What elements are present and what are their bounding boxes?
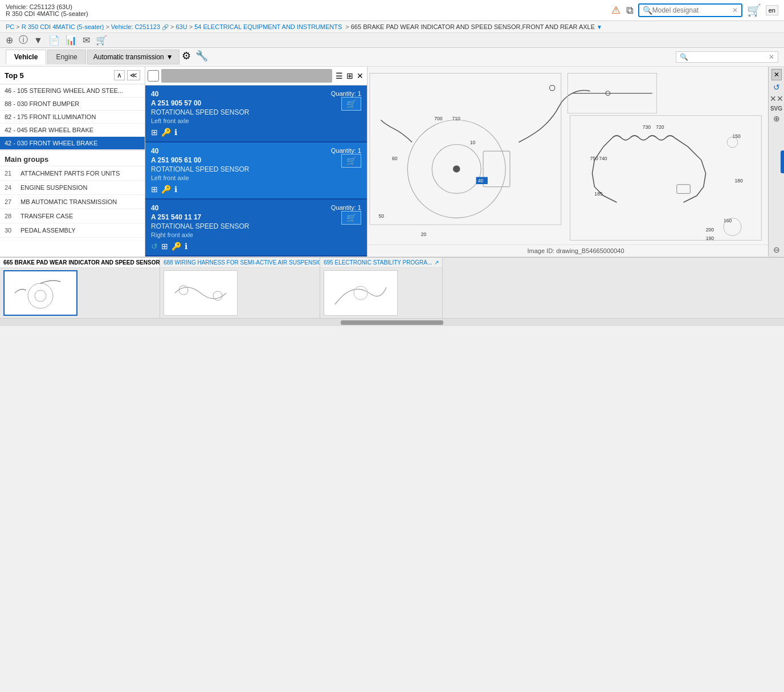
horizontal-scrollbar[interactable] (0, 318, 784, 326)
header-icons: ⚠ ⧉ (611, 4, 634, 17)
tab-settings-icon[interactable]: ⚙ (179, 50, 193, 64)
zoom-in-diagram-icon[interactable]: ⊕ (773, 114, 780, 123)
main-groups-title: Main groups (0, 150, 145, 166)
zoom-out-diagram-icon[interactable]: ⊖ (773, 245, 780, 254)
scrollbar-thumb[interactable] (341, 320, 443, 325)
part-1-cart-btn[interactable]: 🛒 (341, 154, 361, 168)
warning-icon[interactable]: ⚠ (611, 4, 620, 17)
tab-vehicle[interactable]: Vehicle (6, 50, 46, 64)
svg-point-37 (213, 291, 222, 300)
svg-text:190: 190 (706, 235, 714, 241)
thumb-2-link-icon[interactable]: ↗ (434, 259, 439, 266)
part-0-info-icon[interactable]: ℹ (174, 128, 177, 137)
group-item-21[interactable]: 21 ATTACHMENT PARTS FOR UNITS (0, 166, 145, 181)
group-item-24[interactable]: 24 ENGINE SUSPENSION (0, 181, 145, 195)
list-view-icon[interactable]: ☰ (334, 70, 344, 82)
part-1-qty-label: Quantity: 1 (331, 147, 361, 154)
svg-text:50: 50 (379, 213, 385, 219)
breadcrumb-pc[interactable]: PC (6, 23, 14, 30)
tab-engine[interactable]: Engine (47, 50, 85, 64)
tab-bike-icon[interactable]: 🔧 (193, 50, 210, 64)
group-item-27[interactable]: 27 MB AUTOMATIC TRANSMISSION (0, 195, 145, 209)
part-item-0: 40 A 251 905 57 00 ROTATIONAL SPEED SENS… (145, 86, 367, 143)
tab-dropdown-arrow: ▼ (166, 53, 173, 61)
diagram-svg: 60 700 710 50 10 40 40 20 (368, 67, 768, 245)
part-1-icons: ⊞ 🔑 ℹ (151, 185, 361, 194)
part-0-expand-icon[interactable]: ⊞ (151, 128, 158, 137)
svg-text:150: 150 (733, 133, 741, 139)
top5-item-0[interactable]: 46 - 105 STEERING WHEEL AND STEE... (0, 84, 145, 97)
doc-icon[interactable]: 📄 (48, 35, 60, 46)
mail-icon[interactable]: ✉ (83, 35, 90, 46)
content-row: Top 5 ∧ ≪ 46 - 105 STEERING WHEEL AND ST… (0, 67, 784, 257)
thumb-0-img[interactable] (3, 270, 77, 316)
svg-text:730: 730 (643, 124, 651, 130)
clear-search-icon[interactable]: ✕ (732, 6, 738, 14)
group-item-28[interactable]: 28 TRANSFER CASE (0, 209, 145, 223)
part-0-key-icon[interactable]: 🔑 (161, 128, 171, 137)
top5-item-2[interactable]: 82 - 175 FRONT ILLUMINATION (0, 111, 145, 124)
thumb-item-1: 688 WIRING HARNESS FOR SEMI-ACTIVE AIR S… (160, 258, 320, 318)
breadcrumb-665[interactable]: 665 BRAKE PAD WEAR INDICATOR AND SPEED S… (351, 23, 595, 30)
part-1-desc: ROTATIONAL SPEED SENSOR (151, 165, 249, 173)
tab-automatic-transmission[interactable]: Automatic transmission ▼ (87, 50, 179, 64)
breadcrumb-63u[interactable]: 63U (176, 23, 187, 30)
part-2-qty-label: Quantity: 1 (331, 204, 361, 211)
left-panel: Top 5 ∧ ≪ 46 - 105 STEERING WHEEL AND ST… (0, 67, 145, 257)
info-icon[interactable]: ⓘ (19, 34, 28, 46)
part-2-expand-icon[interactable]: ⊞ (161, 242, 168, 251)
part-0-number: A 251 905 57 00 (151, 99, 249, 107)
lang-selector[interactable]: en (766, 5, 778, 15)
part-0-cart-btn[interactable]: 🛒 (341, 97, 361, 111)
grid-view-icon[interactable]: ⊞ (345, 70, 354, 82)
close-panel-icon[interactable]: ✕ (771, 69, 782, 80)
toolbar-search-icon: 🔍 (680, 53, 688, 61)
thumb-0-label[interactable]: 665 BRAKE PAD WEAR INDICATOR AND SPEED S… (0, 258, 160, 268)
top5-item-1[interactable]: 88 - 030 FRONT BUMPER (0, 97, 145, 111)
parts-select-all[interactable] (148, 70, 159, 82)
part-2-key-icon[interactable]: 🔑 (172, 242, 181, 251)
toolbar-search: 🔍 ✕ (676, 51, 778, 63)
group-item-30[interactable]: 30 PEDAL ASSEMBLY (0, 223, 145, 238)
thumb-2-svg (329, 276, 392, 310)
part-1-info-icon[interactable]: ℹ (174, 185, 177, 194)
part-2-refresh-icon[interactable]: ↺ (151, 242, 158, 251)
toolbar-search-input[interactable] (688, 54, 769, 60)
top5-minimize-btn[interactable]: ≪ (127, 70, 140, 80)
part-item-2: 40 A 251 540 11 17 ROTATIONAL SPEED SENS… (145, 200, 367, 257)
filter-icon[interactable]: ▼ (34, 35, 43, 46)
top5-item-3[interactable]: 42 - 045 REAR WHEEL BRAKE (0, 124, 145, 137)
copy-icon[interactable]: ⧉ (626, 5, 634, 17)
part-2-cart-btn[interactable]: 🛒 (341, 211, 361, 225)
part-2-info-icon[interactable]: ℹ (185, 242, 187, 251)
diagram-container: 60 700 710 50 10 40 40 20 (368, 67, 784, 245)
top5-collapse-btn[interactable]: ∧ (114, 70, 125, 80)
breadcrumb-vehicle[interactable]: Vehicle: C251123 (111, 23, 160, 30)
breadcrumb-model[interactable]: R 350 CDI 4MATIC (5-seater) (22, 23, 104, 30)
cart-icon[interactable]: 🛒 (747, 3, 761, 17)
parts-search-bar[interactable] (161, 69, 332, 83)
cart2-icon[interactable]: 🛒 (96, 35, 107, 46)
toolbar-search-clear[interactable]: ✕ (769, 53, 774, 61)
breadcrumb-dropdown-icon[interactable]: ▼ (597, 24, 602, 30)
svg-text:700: 700 (434, 116, 443, 121)
thumb-1-label[interactable]: 688 WIRING HARNESS FOR SEMI-ACTIVE AIR S… (160, 258, 320, 268)
chart-icon[interactable]: 📊 (66, 35, 77, 46)
header-search-box: 🔍 ✕ (638, 3, 742, 17)
close-parts-icon[interactable]: ✕ (356, 70, 365, 82)
zoom-in-icon[interactable]: ⊕ (6, 35, 13, 46)
breadcrumb-54[interactable]: 54 ELECTRICAL EQUIPMENT AND INSTRUMENTS (194, 23, 342, 30)
part-1-expand-icon[interactable]: ⊞ (151, 185, 158, 194)
header-search-input[interactable] (652, 6, 732, 14)
part-1-key-icon[interactable]: 🔑 (161, 185, 171, 194)
svg-icon[interactable]: SVG (770, 105, 782, 112)
undo-icon[interactable]: ↺ (773, 83, 780, 92)
part-2-pos: 40 (151, 204, 249, 212)
thumb-2-img[interactable] (324, 270, 398, 316)
thumb-2-label[interactable]: 695 ELECTRONIC STABILITY PROGRA... ↗ (320, 258, 442, 268)
thumb-1-img[interactable] (164, 270, 238, 316)
top5-item-4[interactable]: 42 - 030 FRONT WHEEL BRAKE (0, 137, 145, 150)
scroll-indicator (781, 150, 784, 173)
part-item-1: 40 A 251 905 61 00 ROTATIONAL SPEED SENS… (145, 143, 367, 200)
compare-icon[interactable]: ✕✕ (770, 94, 783, 103)
